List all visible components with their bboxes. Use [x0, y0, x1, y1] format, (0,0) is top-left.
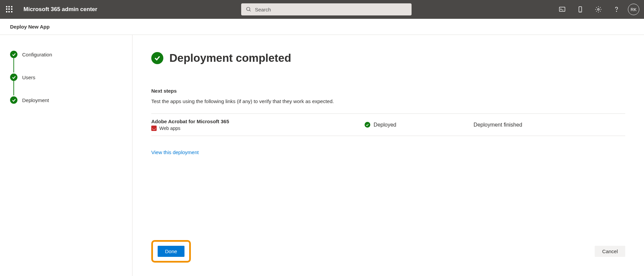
- search-input[interactable]: [255, 7, 407, 12]
- step-label: Configuration: [22, 52, 52, 57]
- step-users[interactable]: Users: [10, 73, 122, 81]
- highlight-annotation: Done: [151, 240, 191, 263]
- avatar[interactable]: RK: [628, 4, 639, 15]
- status-detail: Deployment finished: [474, 122, 522, 128]
- deployment-row: Adobe Acrobat for Microsoft 365 Web apps…: [151, 113, 625, 136]
- svg-point-6: [598, 9, 599, 10]
- brand-title: Microsoft 365 admin center: [23, 6, 97, 13]
- subheader: Deploy New App: [0, 19, 644, 35]
- step-label: Deployment: [22, 97, 49, 103]
- check-icon: [10, 96, 17, 104]
- step-configuration[interactable]: Configuration: [10, 50, 122, 58]
- svg-rect-2: [559, 7, 565, 11]
- status-text: Deployed: [374, 122, 396, 128]
- svg-line-1: [250, 10, 251, 11]
- svg-point-7: [616, 11, 616, 11]
- page-title: Deployment completed: [169, 52, 291, 64]
- next-steps-heading: Next steps: [151, 88, 625, 94]
- view-deployment-link[interactable]: View this deployment: [151, 149, 625, 155]
- check-icon: [10, 74, 17, 81]
- subheader-title: Deploy New App: [10, 24, 50, 30]
- done-button[interactable]: Done: [158, 246, 184, 257]
- help-icon[interactable]: [610, 3, 623, 16]
- main-content: Deployment completed Next steps Test the…: [132, 35, 644, 276]
- success-icon: [151, 52, 163, 64]
- wizard-steps: Configuration Users Deployment: [0, 35, 132, 276]
- search-icon: [246, 6, 252, 12]
- shell-icon[interactable]: [555, 3, 569, 16]
- pdf-icon: [151, 126, 157, 131]
- mobile-icon[interactable]: [574, 3, 587, 16]
- step-label: Users: [22, 75, 35, 80]
- top-bar: Microsoft 365 admin center RK: [0, 0, 644, 19]
- app-subtype: Web apps: [159, 126, 180, 131]
- app-name: Adobe Acrobat for Microsoft 365: [151, 119, 365, 124]
- cancel-button[interactable]: Cancel: [595, 246, 625, 257]
- gear-icon[interactable]: [592, 3, 605, 16]
- search-box[interactable]: [241, 3, 412, 15]
- next-steps-text: Test the apps using the following links …: [151, 98, 625, 104]
- app-launcher-icon[interactable]: [5, 5, 14, 14]
- check-icon: [10, 51, 17, 58]
- check-icon: [365, 122, 370, 128]
- step-deployment[interactable]: Deployment: [10, 96, 122, 104]
- svg-point-0: [247, 7, 250, 11]
